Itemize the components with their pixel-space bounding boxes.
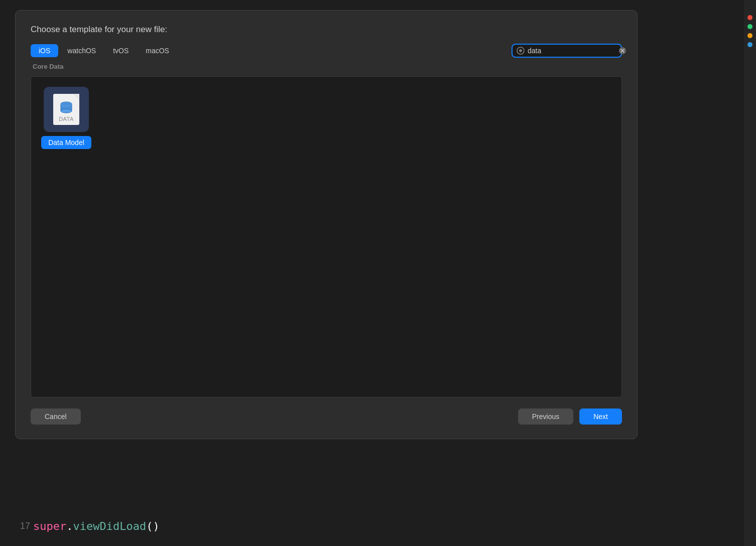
file-icon-page: DATA bbox=[53, 94, 79, 125]
sidebar-dot-green bbox=[747, 24, 752, 29]
keyword-method: viewDidLoad bbox=[73, 520, 147, 532]
tab-watchos[interactable]: watchOS bbox=[59, 44, 104, 57]
footer-right-buttons: Previous Next bbox=[518, 408, 622, 425]
sidebar-dot-red bbox=[747, 15, 752, 20]
code-line: super.viewDidLoad() bbox=[33, 520, 160, 532]
sidebar-strip bbox=[744, 0, 756, 546]
template-item-data-model[interactable]: DATA Data Model bbox=[41, 87, 91, 149]
search-input[interactable] bbox=[528, 47, 615, 55]
tab-tvos[interactable]: tvOS bbox=[105, 44, 137, 57]
database-icon bbox=[59, 100, 74, 115]
previous-button[interactable]: Previous bbox=[518, 408, 573, 425]
data-model-label: Data Model bbox=[41, 136, 91, 149]
new-file-dialog: Choose a template for your new file: iOS… bbox=[15, 10, 638, 439]
file-label: DATA bbox=[59, 116, 74, 122]
search-filter-icon bbox=[517, 47, 525, 55]
svg-point-11 bbox=[61, 109, 72, 113]
sidebar-dot-blue bbox=[747, 42, 752, 47]
next-button[interactable]: Next bbox=[579, 408, 622, 425]
keyword-super: super bbox=[33, 520, 66, 532]
data-model-icon-container: DATA bbox=[44, 87, 89, 132]
section-header-core-data: Core Data bbox=[31, 58, 622, 74]
search-box bbox=[512, 44, 622, 58]
tab-search-row: iOS watchOS tvOS macOS bbox=[31, 44, 622, 58]
sidebar-dot-yellow bbox=[747, 33, 752, 38]
platform-tabs: iOS watchOS tvOS macOS bbox=[31, 44, 177, 57]
search-clear-button[interactable] bbox=[618, 47, 626, 55]
tab-ios[interactable]: iOS bbox=[31, 44, 58, 57]
line-number: 17 bbox=[20, 521, 30, 531]
code-strip: 17 super.viewDidLoad() bbox=[0, 506, 756, 546]
tab-macos[interactable]: macOS bbox=[138, 44, 177, 57]
dialog-title: Choose a template for your new file: bbox=[31, 25, 622, 35]
cancel-button[interactable]: Cancel bbox=[31, 408, 81, 425]
template-content-area: DATA Data Model bbox=[31, 76, 622, 397]
dialog-footer: Cancel Previous Next bbox=[31, 408, 622, 425]
